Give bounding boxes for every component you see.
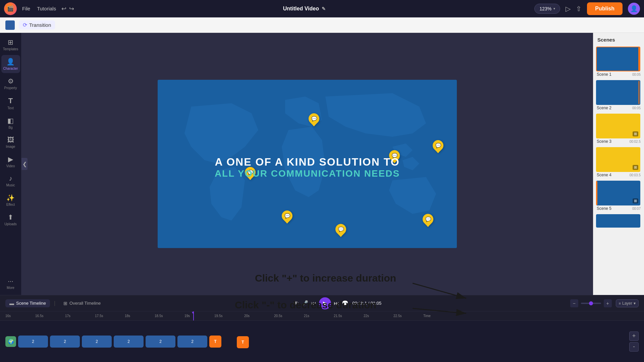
zoom-minus-button[interactable]: − — [570, 299, 578, 307]
sidebar-item-text[interactable]: T Text — [1, 94, 20, 113]
scene-item-2[interactable]: Scene 2 00:05 — [593, 79, 644, 112]
mic-button[interactable]: 🎤 — [302, 300, 308, 306]
sidebar-more-label: More — [7, 286, 14, 290]
tab-overall-timeline[interactable]: ⊞ Overall Timeline — [59, 299, 105, 307]
overall-timeline-icon: ⊞ — [63, 301, 67, 306]
menu-tutorials[interactable]: Tutorials — [37, 6, 56, 11]
map-pin-1 — [309, 113, 319, 126]
sidebar-video-label: Video — [6, 164, 15, 168]
transition-badge[interactable]: ⟳ Transition — [19, 20, 55, 29]
skip-back-button[interactable]: ⏮ — [311, 300, 316, 306]
sidebar-item-templates[interactable]: ⊞ Templates — [1, 36, 20, 54]
map-pin-5 — [282, 210, 292, 223]
track-item-blue-6[interactable]: 2 — [177, 336, 207, 348]
track-item-blue-4[interactable]: 2 — [114, 336, 144, 348]
track-item-blue-1[interactable]: 2 — [18, 336, 48, 348]
scene4-label: Scene 4 — [597, 173, 611, 177]
playhead[interactable] — [193, 311, 194, 320]
ruler-mark-175s: 17.5s — [95, 314, 125, 318]
scene-item-3[interactable]: ⊞ Scene 3 00:02.5 — [593, 112, 644, 146]
scenes-header: Scenes — [593, 33, 644, 45]
time-separator: / — [368, 301, 371, 306]
zoom-control[interactable]: 123% ▾ — [534, 4, 560, 14]
color-swatch[interactable] — [5, 20, 15, 30]
timeline-separator: | — [54, 300, 55, 306]
scene-item-1[interactable]: Scene 1 00:05 — [593, 45, 644, 79]
track-row-2: T — [224, 336, 249, 348]
zoom-track[interactable] — [581, 303, 601, 304]
video-icon: ▶ — [8, 155, 13, 163]
layer-select[interactable]: ≡ Layer ▾ — [616, 299, 639, 307]
sidebar-item-uploads[interactable]: ⬆ Uploads — [1, 210, 20, 229]
avatar[interactable]: 👤 — [628, 3, 640, 15]
skip-forward-button[interactable]: ⏭ — [334, 300, 339, 306]
sidebar-item-bg[interactable]: ◧ Bg — [1, 114, 20, 132]
sidebar-property-label: Property — [4, 86, 17, 90]
sidebar-item-effect[interactable]: ✨ Effect — [1, 191, 20, 209]
scene3-time: 00:02.5 — [630, 140, 641, 143]
scene4-icon: ⊞ — [633, 165, 638, 170]
increase-duration-button[interactable]: + — [629, 331, 639, 341]
share-icon[interactable]: ⇧ — [576, 5, 582, 13]
chevron-down-icon: ▾ — [553, 7, 555, 10]
scene5-label: Scene 5 — [597, 206, 611, 211]
topbar: 🎬 File Tutorials ↩ ↪ Untitled Video ✎ 12… — [0, 0, 644, 17]
scene-thumb-2 — [596, 80, 640, 105]
caption-button[interactable]: 💬 — [342, 300, 348, 306]
ruler-mark-165s: 16.5s — [35, 314, 65, 318]
redo-button[interactable]: ↪ — [69, 5, 74, 12]
layer-chevron-icon: ▾ — [634, 301, 636, 306]
time-display: 00:19.1 / 01:05 — [353, 301, 382, 306]
map-pin-2 — [433, 140, 443, 153]
track-item-blue-2[interactable]: 2 — [50, 336, 80, 348]
track-item-blue-5[interactable]: 2 — [146, 336, 175, 348]
ruler-mark-185s: 18.5s — [155, 314, 184, 318]
total-time: 01:05 — [371, 301, 382, 306]
preview-play-icon[interactable]: ▷ — [566, 5, 571, 13]
sidebar-item-character[interactable]: 👤 Character — [1, 55, 20, 73]
scenes-panel: Scenes Scene 1 00:05 Scene 2 00:05 ⊞ — [593, 33, 644, 295]
ruler-mark-18s: 18s — [125, 314, 155, 318]
undo-button[interactable]: ↩ — [61, 5, 66, 12]
visibility-toggle[interactable]: 👁 — [293, 300, 299, 306]
track-icon-world[interactable]: 🌍 — [5, 336, 16, 347]
character-icon: 👤 — [6, 58, 15, 66]
map-pin-6 — [335, 224, 346, 237]
canvas-line1: A ONE OF A KIND SOLUTION TO — [187, 156, 427, 168]
scene5-icon: ⊞ — [633, 198, 638, 203]
publish-button[interactable]: Publish — [587, 2, 623, 15]
zoom-controls: − + — [570, 299, 612, 307]
timeline-ruler: 16s 16.5s 17s 17.5s 18s 18.5s 19s 19.5s — [0, 311, 644, 321]
decrease-duration-button[interactable]: - — [629, 342, 639, 352]
scene-item-6[interactable] — [593, 213, 644, 229]
edit-title-icon[interactable]: ✎ — [322, 6, 326, 11]
scene-item-5[interactable]: ⊞ Scene 5 00:07 — [593, 179, 644, 213]
menu-items: File Tutorials — [22, 6, 56, 11]
scene-item-4[interactable]: ⊞ Scene 4 00:03.5 — [593, 146, 644, 179]
track-item-orange-2[interactable]: T — [237, 336, 249, 348]
scene3-icon: ⊞ — [633, 131, 638, 136]
menu-file[interactable]: File — [22, 6, 30, 11]
sidebar-item-image[interactable]: 🖼 Image — [1, 133, 20, 151]
sidebar-item-more[interactable]: ··· More — [1, 275, 20, 292]
overall-timeline-label: Overall Timeline — [69, 301, 101, 306]
bg-icon: ◧ — [7, 117, 14, 125]
track-item-orange-1[interactable]: T — [209, 336, 221, 348]
toolbar-secondbar: ⟳ Transition — [0, 17, 644, 33]
play-pause-button[interactable]: ▶ — [319, 297, 331, 309]
sidebar-item-property[interactable]: ⚙ Property — [1, 74, 20, 93]
ruler-mark-205s: 20.5s — [274, 314, 304, 318]
sidebar-item-video[interactable]: ▶ Video — [1, 153, 20, 171]
canvas-collapse-button[interactable]: ❮ — [21, 158, 28, 170]
image-icon: 🖼 — [7, 136, 14, 144]
track-row-1: 🌍 2 2 2 2 2 2 T — [5, 336, 221, 348]
sidebar-item-music[interactable]: ♪ Music — [1, 172, 20, 190]
map-pin-7 — [423, 214, 433, 227]
logo[interactable]: 🎬 — [4, 2, 17, 15]
tab-scene-timeline[interactable]: ▬ Scene Timeline — [5, 299, 50, 307]
video-canvas[interactable]: A ONE OF A KIND SOLUTION TO ALL YOUR COM… — [158, 80, 457, 248]
track-item-blue-3[interactable]: 2 — [82, 336, 112, 348]
zoom-plus-button[interactable]: + — [604, 299, 612, 307]
scene3-label: Scene 3 — [597, 139, 611, 144]
ruler-mark-19s: 19s — [184, 314, 214, 318]
